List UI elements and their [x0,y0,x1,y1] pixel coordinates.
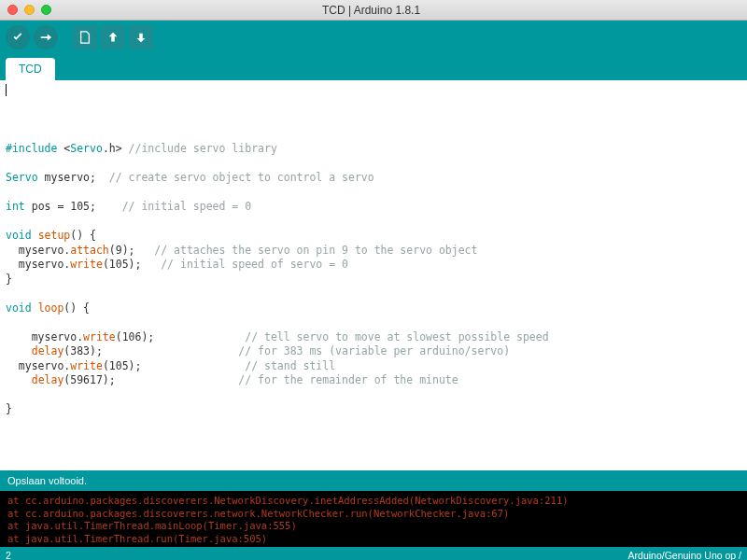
minimize-icon[interactable] [24,5,35,15]
arrow-up-icon [106,31,120,44]
text-cursor [6,84,7,96]
footer-bar: 2 Arduino/Genuino Uno op / [0,547,747,560]
open-button[interactable] [101,25,125,49]
new-button[interactable] [73,25,97,49]
window-title: TCD | Arduino 1.8.1 [51,4,691,17]
arrow-right-icon [39,31,52,44]
window-controls [7,5,51,15]
tab-bar: TCD [0,54,747,80]
console-output[interactable]: at cc.arduino.packages.discoverers.Netwo… [0,491,747,547]
titlebar: TCD | Arduino 1.8.1 [0,0,747,21]
code-editor[interactable]: #include <Servo.h> //include servo libra… [0,80,747,470]
status-text: Opslaan voltooid. [7,475,87,486]
save-button[interactable] [129,25,153,49]
close-icon[interactable] [7,5,18,15]
tab-tcd[interactable]: TCD [6,58,55,80]
check-icon [11,31,24,44]
status-bar: Opslaan voltooid. [0,470,747,491]
board-info: Arduino/Genuino Uno op / [628,550,741,560]
toolbar [0,21,747,54]
line-number: 2 [6,550,11,560]
zoom-icon[interactable] [41,5,51,15]
verify-button[interactable] [6,25,30,49]
arrow-down-icon [134,31,148,44]
upload-button[interactable] [34,25,58,49]
file-icon [78,31,92,44]
